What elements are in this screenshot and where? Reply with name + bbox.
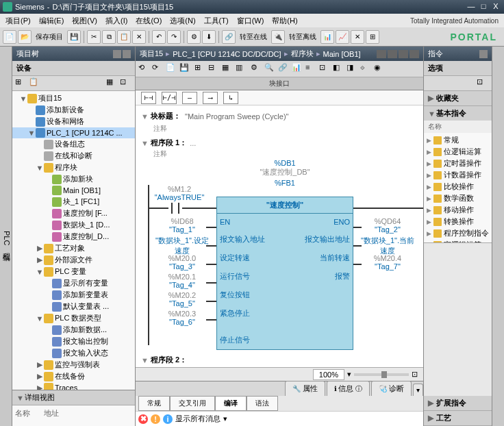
block-comment[interactable]: 注释	[141, 124, 418, 134]
tree-pin-icon[interactable]	[123, 50, 131, 58]
warning-icon[interactable]: !	[151, 414, 160, 424]
delete-button[interactable]: ✕	[132, 30, 146, 44]
et-7[interactable]: ▦	[222, 63, 234, 75]
lad-coil[interactable]: —	[182, 92, 197, 104]
et-1[interactable]: ⟲	[138, 63, 151, 75]
lad-contact-no[interactable]: ⊢⊣	[141, 92, 156, 104]
save-button[interactable]: 💾	[67, 30, 81, 44]
menu-tools[interactable]: 工具(T)	[201, 14, 231, 27]
go-offline-label[interactable]: 转至离线	[286, 32, 319, 42]
tree-item[interactable]: 添加新设备	[12, 104, 135, 116]
tree-item[interactable]: ▼PLC_1 [CPU 1214C ...	[12, 127, 135, 138]
ctab-syntax[interactable]: 语法	[247, 396, 278, 411]
et-17[interactable]: ⟐	[360, 63, 373, 75]
tree-item[interactable]: ▼PLC 数据类型	[12, 312, 135, 324]
menu-view[interactable]: 视图(V)	[69, 14, 100, 27]
tree-item[interactable]: 速度控制_D...	[12, 231, 135, 242]
tree-item[interactable]: 显示所有变量	[12, 277, 135, 289]
lad-contact-nc[interactable]: ⊢/⊣	[162, 92, 177, 104]
tb-extra2[interactable]: 📈	[336, 30, 349, 44]
lad-jump[interactable]: ↳	[223, 92, 238, 104]
tree-item[interactable]: 设备和网络	[12, 116, 135, 127]
ctab-general[interactable]: 常规	[138, 396, 170, 411]
et-4[interactable]: 💾	[179, 63, 192, 75]
close-button[interactable]: X	[490, 2, 501, 12]
menu-online[interactable]: 在线(O)	[133, 14, 164, 27]
minimize-button[interactable]: —	[466, 2, 477, 12]
tree-item[interactable]: Main [OB1]	[12, 185, 135, 196]
tree-collapse-icon[interactable]	[113, 50, 121, 58]
tree-btn-1[interactable]: ⊞	[15, 77, 27, 90]
menu-project[interactable]: 项目(P)	[3, 14, 34, 27]
tab-info[interactable]: ℹ 信息 ⓘ	[327, 381, 370, 396]
favorites-header[interactable]: ▶收藏夹	[424, 91, 492, 105]
go-online-icon[interactable]: 🔗	[222, 30, 236, 44]
tb-extra1[interactable]: 📊	[320, 30, 334, 44]
tree-item[interactable]: 块_1 [FC1]	[12, 196, 135, 208]
info-icon[interactable]: i	[163, 414, 173, 424]
et-12[interactable]: 📊	[292, 63, 304, 75]
tree-item[interactable]: 速度控制 [F...	[12, 208, 135, 219]
tree-btn-2[interactable]: 📋	[29, 77, 41, 90]
tree-item[interactable]: ▶监控与强制表	[12, 359, 135, 371]
tree-item[interactable]: ▼项目15	[12, 92, 135, 104]
instr-folder[interactable]: ▶计数器操作	[424, 169, 492, 181]
block-expand-icon[interactable]: ▼	[141, 112, 151, 121]
editor-canvas[interactable]: ▼ 块标题： "Main Program Sweep (Cycle)" 注释 ▼…	[136, 105, 423, 367]
msg-dropdown-icon[interactable]: ▾	[223, 414, 227, 423]
et-13[interactable]: ≡	[305, 63, 318, 75]
tree-item[interactable]: 报文输入状态	[12, 347, 135, 359]
tree-item[interactable]: 数据块_1 [D...	[12, 219, 135, 231]
instr-folder[interactable]: ▶定时器操作	[424, 158, 492, 169]
lad-branch[interactable]: ⟶	[203, 92, 218, 104]
et-5[interactable]: ⊞	[194, 63, 207, 75]
nw1-expand-icon[interactable]: ▼	[141, 139, 151, 147]
msg-filter[interactable]: 显示所有消息	[175, 414, 220, 424]
right-side-tabs[interactable]	[492, 47, 504, 426]
et-10[interactable]: 🔍	[264, 63, 277, 75]
tree-item[interactable]: 添加新数据...	[12, 324, 135, 336]
paste-button[interactable]: 📋	[117, 30, 131, 44]
menu-insert[interactable]: 插入(I)	[103, 14, 130, 27]
tree-item[interactable]: 添加新变量表	[12, 289, 135, 301]
instr-folder[interactable]: ▶数学函数	[424, 192, 492, 204]
instr-folder[interactable]: ▶位逻辑运算	[424, 146, 492, 158]
tab-properties[interactable]: 🔧 属性	[285, 381, 325, 396]
error-icon[interactable]: ✖	[138, 414, 148, 424]
tree-item[interactable]: ▶外部源文件	[12, 254, 135, 266]
menu-edit[interactable]: 编辑(E)	[36, 14, 67, 27]
copy-button[interactable]: ⧉	[102, 30, 116, 44]
et-18[interactable]: ◉	[374, 63, 386, 75]
tree-btn-4[interactable]: ⊡	[120, 77, 132, 90]
detail-expand-icon[interactable]: ▼	[16, 394, 25, 402]
tab-collapse[interactable]: ▾	[413, 384, 423, 396]
tree-item[interactable]: 添加新块	[12, 173, 135, 185]
new-project-button[interactable]: 📄	[3, 30, 16, 44]
instr-folder[interactable]: ▶比较操作	[424, 181, 492, 192]
tree-item[interactable]: ▼程序块	[12, 162, 135, 173]
et-3[interactable]: 📄	[166, 63, 178, 75]
instr-folder[interactable]: ▶转换操作	[424, 216, 492, 227]
nw2-expand-icon[interactable]: ▼	[141, 356, 151, 364]
tree-btn-3[interactable]: ▦	[106, 77, 118, 90]
menu-help[interactable]: 帮助(H)	[269, 14, 300, 27]
nw1-comment[interactable]: 注释	[141, 149, 418, 159]
undo-button[interactable]: ↶	[152, 30, 166, 44]
zoom-slider[interactable]	[354, 373, 409, 376]
tree-item[interactable]: ▶工艺对象	[12, 242, 135, 254]
project-tree[interactable]: ▼项目15添加新设备设备和网络▼PLC_1 [CPU 1214C ...设备组态…	[12, 91, 135, 390]
save-label[interactable]: 保存项目	[33, 32, 66, 42]
tab-diagnostics[interactable]: 🩺 诊断	[371, 381, 412, 396]
basic-instr-header[interactable]: ▼基本指令	[424, 106, 492, 121]
tree-item[interactable]: ▶Traces	[12, 382, 135, 390]
et-8[interactable]: ▥	[236, 63, 248, 75]
opt-btn[interactable]: ⊡	[477, 77, 489, 90]
ladder-diagram[interactable]: %DB1 "速度控制_DB" %FB1 %M1.2 "AlwaysTRUE" "…	[141, 159, 418, 351]
instr-folder[interactable]: ▶字逻辑运算	[424, 239, 492, 242]
redo-button[interactable]: ↷	[167, 30, 181, 44]
et-6[interactable]: ⊟	[208, 63, 220, 75]
et-16[interactable]: ◨	[346, 63, 359, 75]
left-side-tab[interactable]: PLC 编程	[0, 47, 12, 426]
no-contact[interactable]	[168, 203, 182, 214]
menu-options[interactable]: 选项(N)	[167, 14, 198, 27]
